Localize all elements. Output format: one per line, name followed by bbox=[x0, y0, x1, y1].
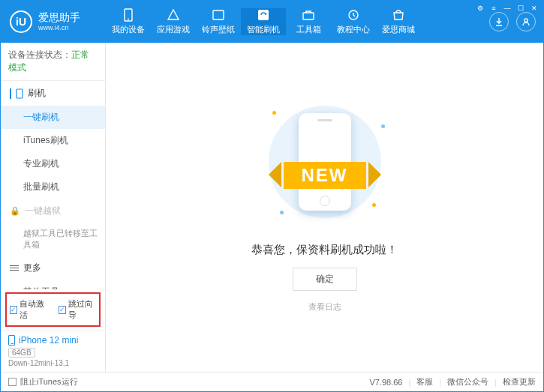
checkbox-block-itunes[interactable]: 阻止iTunes运行 bbox=[8, 376, 78, 388]
sidebar-item-other-tools[interactable]: 其他工具 bbox=[1, 280, 105, 289]
logo-area: iU 爱思助手 www.i4.cn bbox=[1, 10, 106, 33]
nav-label: 铃声壁纸 bbox=[202, 24, 235, 35]
version-label: V7.98.66 bbox=[369, 378, 402, 387]
sidebar: 设备连接状态：正常模式 刷机 一键刷机 iTunes刷机 专业刷机 批量刷机 🔒… bbox=[1, 43, 106, 372]
device-storage-badge: 64GB bbox=[8, 348, 35, 358]
jailbreak-note: 越狱工具已转移至工具箱 bbox=[1, 223, 105, 256]
section-label: 一键越狱 bbox=[25, 205, 61, 217]
nav-label: 智能刷机 bbox=[247, 24, 280, 35]
svg-point-1 bbox=[128, 19, 129, 20]
titlebar: iU 爱思助手 www.i4.cn 我的设备 应用游戏 铃声壁纸 智能刷机 bbox=[1, 1, 543, 43]
nav-ringtones[interactable]: 铃声壁纸 bbox=[196, 8, 241, 35]
wallpaper-icon bbox=[212, 8, 225, 22]
device-detail: Down-12mini-13,1 bbox=[8, 359, 98, 367]
conn-label: 设备连接状态： bbox=[8, 49, 71, 60]
settings-icon[interactable]: ⚙ bbox=[475, 3, 485, 13]
toolbox-icon bbox=[302, 8, 315, 22]
footer: 阻止iTunes运行 V7.98.66 | 客服 | 微信公众号 | 检查更新 bbox=[1, 372, 543, 391]
download-button[interactable] bbox=[489, 12, 509, 31]
section-jailbreak: 🔒 一键越狱 bbox=[1, 199, 105, 223]
checkbox-unchecked-icon bbox=[8, 378, 17, 386]
svg-point-6 bbox=[524, 19, 527, 22]
book-icon bbox=[347, 8, 360, 22]
view-log-link[interactable]: 查看日志 bbox=[308, 301, 341, 313]
nav-smart-flash[interactable]: 智能刷机 bbox=[241, 8, 286, 35]
phone-small-icon bbox=[16, 88, 23, 99]
checkbox-skip-guide[interactable]: ✓ 跳过向导 bbox=[59, 298, 97, 321]
checkbox-label: 跳过向导 bbox=[68, 298, 97, 321]
checkbox-label: 阻止iTunes运行 bbox=[20, 376, 78, 388]
sidebar-item-oneclick-flash[interactable]: 一键刷机 bbox=[1, 106, 105, 129]
nav-my-device[interactable]: 我的设备 bbox=[106, 8, 151, 35]
footer-service-link[interactable]: 客服 bbox=[416, 376, 433, 388]
success-illustration: NEW bbox=[242, 102, 407, 222]
checkbox-checked-icon: ✓ bbox=[10, 306, 17, 314]
lock-icon: 🔒 bbox=[10, 206, 20, 216]
svg-rect-3 bbox=[258, 10, 269, 20]
main-panel: NEW 恭喜您，保资料刷机成功啦！ 确定 查看日志 bbox=[106, 43, 543, 372]
svg-rect-7 bbox=[17, 89, 23, 98]
svg-rect-2 bbox=[213, 10, 224, 19]
ok-button[interactable]: 确定 bbox=[293, 268, 357, 291]
section-label: 更多 bbox=[23, 262, 41, 274]
device-block[interactable]: iPhone 12 mini 64GB Down-12mini-13,1 bbox=[1, 330, 105, 372]
device-phone-icon bbox=[8, 335, 15, 346]
nav-label: 教程中心 bbox=[337, 24, 370, 35]
phone-icon bbox=[122, 8, 135, 22]
nav-label: 爱思商城 bbox=[382, 24, 415, 35]
footer-update-link[interactable]: 检查更新 bbox=[503, 376, 536, 388]
close-icon[interactable]: ✕ bbox=[529, 3, 539, 13]
app-title: 爱思助手 bbox=[38, 11, 80, 24]
menu-icon[interactable]: ≡ bbox=[488, 3, 499, 13]
minimize-icon[interactable]: — bbox=[502, 3, 512, 13]
device-name: iPhone 12 mini bbox=[19, 335, 78, 346]
footer-wechat-link[interactable]: 微信公众号 bbox=[447, 376, 488, 388]
section-label: 刷机 bbox=[28, 87, 46, 100]
section-more[interactable]: 更多 bbox=[1, 256, 105, 280]
nav-tutorials[interactable]: 教程中心 bbox=[331, 8, 376, 35]
maximize-icon[interactable]: ☐ bbox=[515, 3, 526, 13]
nav-label: 我的设备 bbox=[112, 24, 145, 35]
nav-store[interactable]: 爱思商城 bbox=[376, 8, 421, 35]
nav-label: 工具箱 bbox=[296, 24, 321, 35]
apps-icon bbox=[167, 8, 180, 22]
section-flash[interactable]: 刷机 bbox=[1, 81, 105, 106]
options-highlight-box: ✓ 自动激活 ✓ 跳过向导 bbox=[5, 292, 101, 327]
checkbox-checked-icon: ✓ bbox=[59, 306, 66, 314]
logo-icon: iU bbox=[10, 10, 32, 33]
top-nav: 我的设备 应用游戏 铃声壁纸 智能刷机 工具箱 教程中心 bbox=[106, 8, 489, 35]
new-ribbon: NEW bbox=[284, 162, 366, 189]
store-icon bbox=[392, 8, 405, 22]
checkbox-auto-activate[interactable]: ✓ 自动激活 bbox=[10, 298, 48, 321]
sidebar-item-batch-flash[interactable]: 批量刷机 bbox=[1, 175, 105, 199]
svg-rect-4 bbox=[303, 13, 314, 19]
app-url: www.i4.cn bbox=[38, 24, 80, 32]
nav-toolbox[interactable]: 工具箱 bbox=[286, 8, 331, 35]
connection-status-row: 设备连接状态：正常模式 bbox=[1, 43, 105, 81]
nav-apps-games[interactable]: 应用游戏 bbox=[151, 8, 196, 35]
sidebar-item-pro-flash[interactable]: 专业刷机 bbox=[1, 152, 105, 175]
checkbox-label: 自动激活 bbox=[20, 298, 48, 321]
hamburger-icon bbox=[10, 264, 19, 272]
sidebar-item-itunes-flash[interactable]: iTunes刷机 bbox=[1, 129, 105, 152]
account-button[interactable] bbox=[516, 12, 536, 31]
success-message: 恭喜您，保资料刷机成功啦！ bbox=[251, 243, 398, 257]
nav-label: 应用游戏 bbox=[157, 24, 190, 35]
flash-icon bbox=[257, 8, 270, 22]
